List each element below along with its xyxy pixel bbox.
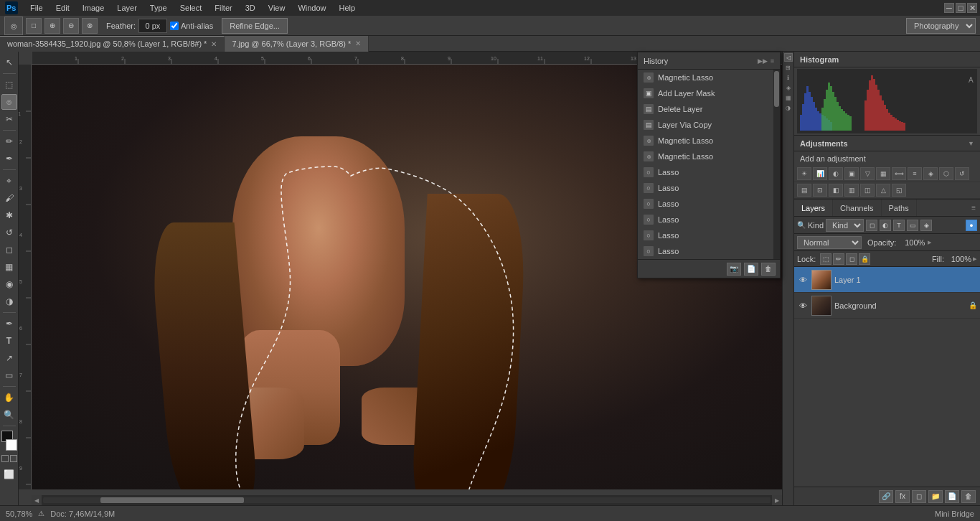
menu-help[interactable]: Help xyxy=(334,2,362,14)
h-scroll-thumb[interactable] xyxy=(100,497,244,503)
adj-shadows[interactable]: △ xyxy=(876,184,890,197)
layer-eye-bg[interactable]: 👁 xyxy=(797,300,809,311)
menu-select[interactable]: Select xyxy=(174,2,208,14)
opacity-arrow[interactable]: ▸ xyxy=(928,238,932,247)
history-scroll-thumb[interactable] xyxy=(774,71,779,107)
kind-filter-select[interactable]: Kind xyxy=(826,219,864,232)
tool-rectangular-marquee[interactable]: ⬚ xyxy=(1,77,17,93)
history-item[interactable]: ○ Lasso xyxy=(638,164,773,180)
adj-brightness[interactable]: ☀ xyxy=(797,167,811,180)
adj-vibrance[interactable]: ▽ xyxy=(860,167,875,180)
fill-arrow[interactable]: ▸ xyxy=(973,254,977,263)
scroll-left-btn[interactable]: ◀ xyxy=(32,495,42,505)
tool-gradient[interactable]: ▦ xyxy=(1,259,17,275)
tool-screen-mode[interactable]: ⬜ xyxy=(1,466,17,482)
menu-type[interactable]: Type xyxy=(144,2,173,14)
swatches-btn[interactable]: ▦ xyxy=(784,93,793,102)
tab-document-1[interactable]: woman-3584435_1920.jpg @ 50,8% (Layer 1,… xyxy=(0,36,225,52)
tool-clone-stamp[interactable]: ✱ xyxy=(1,207,17,223)
tool-move[interactable]: ↖ xyxy=(1,55,17,70)
layer-item-layer1[interactable]: 👁 Layer 1 xyxy=(794,267,980,293)
adj-channel-mixer[interactable]: ⬡ xyxy=(939,167,953,180)
antialias-checkbox[interactable] xyxy=(170,22,179,30)
layer-item-background[interactable]: 👁 Background 🔒 xyxy=(794,293,980,319)
history-item[interactable]: ▤ Layer Via Copy xyxy=(638,117,773,133)
tool-path-selection[interactable]: ↗ xyxy=(1,350,17,366)
quick-mask-on[interactable] xyxy=(10,455,17,462)
tool-crop[interactable]: ✏ xyxy=(1,133,17,149)
tool-hand[interactable]: ✋ xyxy=(1,390,17,405)
history-item[interactable]: ⌾ Magnetic Lasso xyxy=(638,133,773,149)
lock-pixels-btn[interactable]: ⬚ xyxy=(820,253,831,265)
adj-pattern[interactable]: ◱ xyxy=(892,184,906,197)
filter-pixel-btn[interactable]: ◻ xyxy=(866,220,877,231)
history-item[interactable]: ○ Lasso xyxy=(638,196,773,212)
lock-artboard-btn[interactable]: ◻ xyxy=(846,253,857,265)
adj-selective-color[interactable]: ◫ xyxy=(860,184,875,197)
color-selector[interactable] xyxy=(1,431,17,451)
history-item[interactable]: ▣ Add Layer Mask xyxy=(638,85,773,101)
close-btn[interactable]: ✕ xyxy=(967,3,977,13)
tool-type[interactable]: T xyxy=(1,333,17,349)
adj-color-lookup[interactable]: ↺ xyxy=(955,167,969,180)
adj-hsl[interactable]: ▦ xyxy=(876,167,890,180)
tool-pen[interactable]: ✒ xyxy=(1,316,17,332)
tab-paths[interactable]: Paths xyxy=(882,200,917,216)
history-item[interactable]: ○ Lasso xyxy=(638,243,773,259)
tab-channels[interactable]: Channels xyxy=(833,200,881,216)
tab-layers[interactable]: Layers xyxy=(794,200,833,216)
snapshot-btn[interactable]: 📷 xyxy=(727,263,741,276)
tool-zoom[interactable]: 🔍 xyxy=(1,407,17,423)
new-group-btn[interactable]: 📁 xyxy=(928,490,943,503)
filter-smartobj-btn[interactable]: ◈ xyxy=(920,220,932,231)
adj-gradient-map[interactable]: ▥ xyxy=(844,184,859,197)
tool-brush[interactable]: 🖌 xyxy=(1,190,17,206)
intersect-selection-btn[interactable]: ⊗ xyxy=(82,18,98,34)
delete-state-btn[interactable]: 🗑 xyxy=(761,263,776,276)
delete-layer-btn[interactable]: 🗑 xyxy=(961,490,976,503)
bridge-label[interactable]: Mini Bridge xyxy=(935,510,974,518)
new-layer-btn[interactable]: 📄 xyxy=(945,490,959,503)
info-btn[interactable]: ℹ xyxy=(784,73,793,82)
tool-eraser[interactable]: ◻ xyxy=(1,242,17,258)
adj-posterize[interactable]: ⊡ xyxy=(813,184,827,197)
blend-mode-select[interactable]: Normal Multiply Screen xyxy=(797,236,862,249)
minimize-btn[interactable]: ─ xyxy=(944,3,954,13)
history-item[interactable]: ○ Lasso xyxy=(638,180,773,196)
menu-window[interactable]: Window xyxy=(292,2,331,14)
maximize-btn[interactable]: □ xyxy=(956,3,966,13)
layer-eye-1[interactable]: 👁 xyxy=(797,274,809,286)
menu-file[interactable]: File xyxy=(24,2,49,14)
history-item[interactable]: ○ Lasso xyxy=(638,212,773,227)
background-color[interactable] xyxy=(6,439,17,451)
tool-history-brush[interactable]: ↺ xyxy=(1,225,17,240)
tool-shape[interactable]: ▭ xyxy=(1,367,17,383)
new-selection-btn[interactable]: □ xyxy=(26,18,42,34)
tab-document-2[interactable]: 7.jpg @ 66,7% (Layer 3, RGB/8) * ✕ xyxy=(225,36,369,52)
history-item[interactable]: ○ Lasso xyxy=(638,227,773,243)
adj-threshold[interactable]: ◧ xyxy=(829,184,843,197)
filter-toggle[interactable]: ● xyxy=(966,220,977,231)
color-btn[interactable]: ◈ xyxy=(784,83,793,92)
new-doc-from-state-btn[interactable]: 📄 xyxy=(744,263,758,276)
history-item[interactable]: ⌾ Magnetic Lasso xyxy=(638,149,773,164)
feather-input[interactable] xyxy=(138,19,167,33)
adj-photo-filter[interactable]: ◈ xyxy=(923,167,938,180)
tool-lasso[interactable]: ⌾ xyxy=(1,94,17,110)
menu-layer[interactable]: Layer xyxy=(111,2,143,14)
layers-panel-menu[interactable]: ≡ xyxy=(967,200,980,216)
menu-3d[interactable]: 3D xyxy=(240,2,261,14)
navigator-btn[interactable]: ⊞ xyxy=(784,63,793,72)
add-selection-btn[interactable]: ⊕ xyxy=(44,18,60,34)
h-scrollbar[interactable]: ◀ ▶ xyxy=(32,495,782,505)
tool-blur[interactable]: ◉ xyxy=(1,276,17,292)
menu-filter[interactable]: Filter xyxy=(209,2,237,14)
add-effect-btn[interactable]: fx xyxy=(895,490,910,503)
tool-dodge[interactable]: ◑ xyxy=(1,294,17,309)
menu-image[interactable]: Image xyxy=(77,2,110,14)
add-mask-btn[interactable]: ◻ xyxy=(912,490,926,503)
menu-edit[interactable]: Edit xyxy=(50,2,75,14)
adj-bw[interactable]: ≡ xyxy=(908,167,922,180)
adj-color-balance[interactable]: ⟺ xyxy=(892,167,906,180)
add-link-btn[interactable]: 🔗 xyxy=(879,490,893,503)
